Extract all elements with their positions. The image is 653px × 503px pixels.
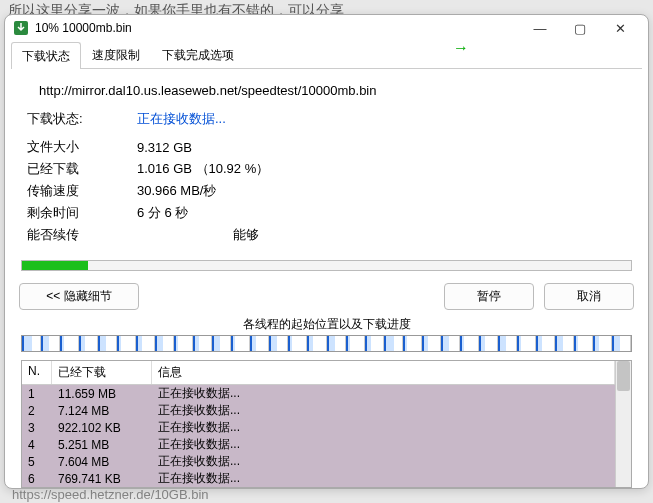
remaining-value: 6 分 6 秒 — [137, 204, 188, 222]
cell-downloaded: 5.251 MB — [52, 438, 152, 452]
cell-n: 2 — [22, 404, 52, 418]
segment — [136, 336, 155, 351]
maximize-button[interactable]: ▢ — [560, 15, 600, 41]
table-row[interactable]: 27.124 MB正在接收数据... — [22, 402, 615, 419]
segment — [498, 336, 517, 351]
col-header-info[interactable]: 信息 — [152, 361, 615, 384]
cell-downloaded: 7.604 MB — [52, 455, 152, 469]
segment — [41, 336, 60, 351]
cell-n: 4 — [22, 438, 52, 452]
segment — [174, 336, 193, 351]
segment — [60, 336, 79, 351]
segment — [212, 336, 231, 351]
titlebar[interactable]: 10% 10000mb.bin — ▢ ✕ — [5, 15, 648, 41]
segment — [612, 336, 631, 351]
cell-info: 正在接收数据... — [152, 453, 615, 470]
segment — [231, 336, 250, 351]
downloaded-value: 1.016 GB （10.92 %） — [137, 160, 269, 178]
segment — [79, 336, 98, 351]
cell-info: 正在接收数据... — [152, 385, 615, 402]
segment — [288, 336, 307, 351]
col-header-n[interactable]: N. — [22, 361, 52, 384]
segment — [98, 336, 117, 351]
minimize-button[interactable]: — — [520, 15, 560, 41]
tab-completion-options[interactable]: 下载完成选项 — [151, 41, 245, 68]
hide-details-button[interactable]: << 隐藏细节 — [19, 283, 139, 310]
segment — [269, 336, 288, 351]
remaining-label: 剩余时间 — [27, 204, 137, 222]
cell-downloaded: 11.659 MB — [52, 387, 152, 401]
segment — [307, 336, 326, 351]
cell-n: 6 — [22, 472, 52, 486]
col-header-downloaded[interactable]: 已经下载 — [52, 361, 152, 384]
tab-speed-limit[interactable]: 速度限制 — [81, 41, 151, 68]
segment — [536, 336, 555, 351]
segment — [193, 336, 212, 351]
cell-info: 正在接收数据... — [152, 470, 615, 487]
cell-downloaded: 922.102 KB — [52, 421, 152, 435]
background-url: https://speed.hetzner.de/10GB.bin — [12, 487, 209, 502]
segment — [517, 336, 536, 351]
table-scrollbar[interactable] — [615, 361, 631, 487]
downloaded-label: 已经下载 — [27, 160, 137, 178]
table-row[interactable]: 57.604 MB正在接收数据... — [22, 453, 615, 470]
table-row[interactable]: 6769.741 KB正在接收数据... — [22, 470, 615, 487]
segment — [555, 336, 574, 351]
cell-downloaded: 769.741 KB — [52, 472, 152, 486]
status-label: 下载状态: — [27, 110, 137, 128]
app-icon — [13, 20, 29, 36]
segment — [117, 336, 136, 351]
threads-table: N. 已经下载 信息 111.659 MB正在接收数据...27.124 MB正… — [21, 360, 632, 488]
segment — [403, 336, 422, 351]
table-row[interactable]: 111.659 MB正在接收数据... — [22, 385, 615, 402]
cell-downloaded: 7.124 MB — [52, 404, 152, 418]
download-url: http://mirror.dal10.us.leaseweb.net/spee… — [39, 83, 614, 98]
tab-bar: 下载状态 速度限制 下载完成选项 — [11, 41, 642, 69]
cell-info: 正在接收数据... — [152, 419, 615, 436]
table-row[interactable]: 3922.102 KB正在接收数据... — [22, 419, 615, 436]
speed-label: 传输速度 — [27, 182, 137, 200]
window-title: 10% 10000mb.bin — [35, 21, 520, 35]
segment — [22, 336, 41, 351]
resume-value: 能够 — [233, 226, 259, 244]
pause-button[interactable]: 暂停 — [444, 283, 534, 310]
progress-bar — [21, 260, 632, 271]
arrow-icon: → — [453, 39, 468, 57]
filesize-value: 9.312 GB — [137, 140, 192, 155]
segment — [479, 336, 498, 351]
segment — [327, 336, 346, 351]
cell-n: 1 — [22, 387, 52, 401]
status-value: 正在接收数据... — [137, 110, 226, 128]
speed-value: 30.966 MB/秒 — [137, 182, 217, 200]
cancel-button[interactable]: 取消 — [544, 283, 634, 310]
content-pane: http://mirror.dal10.us.leaseweb.net/spee… — [5, 69, 648, 252]
filesize-label: 文件大小 — [27, 138, 137, 156]
close-button[interactable]: ✕ — [600, 15, 640, 41]
segment — [155, 336, 174, 351]
segment — [250, 336, 269, 351]
table-row[interactable]: 45.251 MB正在接收数据... — [22, 436, 615, 453]
cell-n: 3 — [22, 421, 52, 435]
segment — [593, 336, 612, 351]
cell-info: 正在接收数据... — [152, 436, 615, 453]
segment — [574, 336, 593, 351]
segment — [365, 336, 384, 351]
resume-label: 能否续传 — [27, 226, 137, 244]
segment — [384, 336, 403, 351]
segments-caption: 各线程的起始位置以及下载进度 — [5, 316, 648, 333]
cell-info: 正在接收数据... — [152, 402, 615, 419]
segment — [346, 336, 365, 351]
segment — [460, 336, 479, 351]
segment — [422, 336, 441, 351]
scrollbar-thumb[interactable] — [617, 361, 630, 391]
cell-n: 5 — [22, 455, 52, 469]
segments-bar — [21, 335, 632, 352]
progress-fill — [22, 261, 88, 270]
download-dialog: 10% 10000mb.bin — ▢ ✕ → 下载状态 速度限制 下载完成选项… — [4, 14, 649, 489]
tab-status[interactable]: 下载状态 — [11, 42, 81, 69]
segment — [441, 336, 460, 351]
